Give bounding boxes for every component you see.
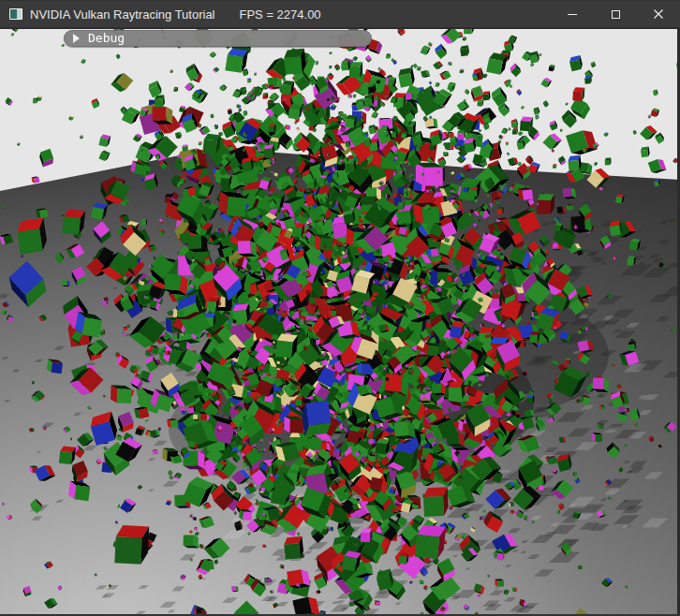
maximize-button[interactable] bbox=[594, 1, 637, 27]
minimize-icon bbox=[568, 14, 577, 15]
app-icon bbox=[9, 8, 22, 20]
close-button[interactable] bbox=[637, 1, 680, 27]
maximize-icon bbox=[612, 10, 620, 19]
title-bar[interactable]: NVIDIA Vulkan Raytracing Tutorial FPS = … bbox=[0, 0, 680, 27]
fps-counter: FPS = 2274.00 bbox=[240, 7, 321, 22]
window-controls bbox=[551, 1, 680, 27]
raytraced-scene-canvas[interactable] bbox=[0, 27, 680, 616]
debug-panel-label: Debug bbox=[88, 30, 125, 47]
render-viewport: Debug bbox=[0, 27, 680, 616]
close-icon bbox=[654, 9, 663, 19]
app-window: NVIDIA Vulkan Raytracing Tutorial FPS = … bbox=[0, 0, 680, 616]
app-icon-left-pane bbox=[10, 9, 17, 19]
minimize-button[interactable] bbox=[551, 1, 594, 27]
app-icon-right-pane bbox=[17, 9, 22, 19]
debug-panel-header[interactable]: Debug bbox=[64, 30, 372, 47]
triangle-right-icon bbox=[73, 34, 80, 43]
window-title: NVIDIA Vulkan Raytracing Tutorial bbox=[30, 7, 215, 22]
viewport-top-border bbox=[0, 27, 680, 29]
